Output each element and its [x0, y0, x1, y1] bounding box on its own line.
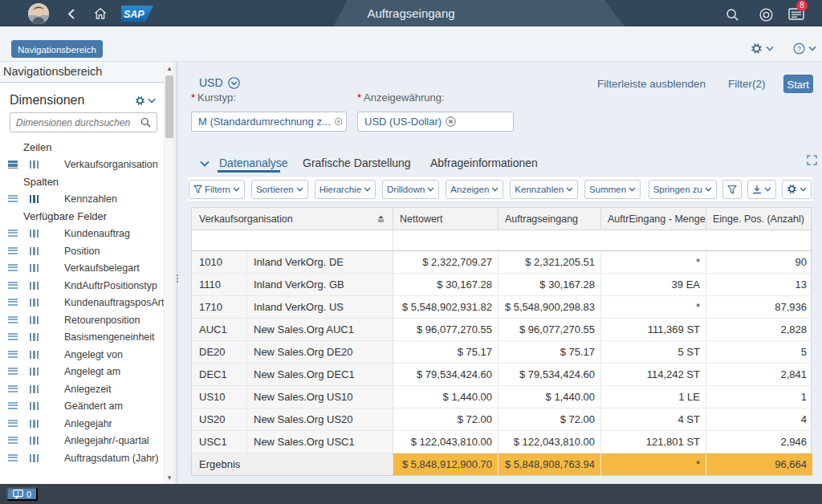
column-header-nettowert[interactable]: Nettowert	[393, 208, 498, 230]
columns-assignment-icon[interactable]	[30, 316, 39, 324]
display-menu-button[interactable]: Anzeigen	[446, 180, 503, 199]
measures-menu-button[interactable]: Kennzahlen	[510, 180, 578, 199]
columns-assignment-icon[interactable]	[30, 437, 39, 445]
dimension-item[interactable]: Anlegezeit	[0, 380, 161, 398]
rows-assignment-icon[interactable]	[8, 385, 18, 393]
rows-assignment-icon[interactable]	[8, 437, 18, 445]
columns-assignment-icon[interactable]	[30, 385, 39, 393]
dimension-item[interactable]: Geändert am	[0, 398, 161, 416]
messages-button[interactable]: 0	[6, 487, 38, 501]
columns-assignment-icon[interactable]	[30, 161, 39, 169]
collapse-header-icon[interactable]	[200, 161, 210, 167]
drilldown-menu-button[interactable]: Drilldown	[382, 180, 439, 199]
filter-menu-button[interactable]: Filtern	[189, 180, 245, 199]
table-row[interactable]: USC1 New Sales.Org USC1 $ 122,043,810.00…	[192, 431, 811, 453]
columns-assignment-icon[interactable]	[30, 368, 39, 376]
columns-assignment-icon[interactable]	[30, 264, 39, 272]
dimensions-search-field[interactable]	[10, 112, 157, 132]
dimensions-search-input[interactable]	[10, 117, 138, 128]
columns-assignment-icon[interactable]	[30, 351, 39, 359]
table-row[interactable]: US20 New Sales.Org US20 $ 72.00 $ 72.00 …	[192, 408, 811, 431]
table-row[interactable]: 1110 Inland VerkOrg. GB $ 30,167.28 $ 30…	[192, 274, 811, 296]
dimension-item[interactable]: Verkaufsorganisation	[0, 156, 161, 174]
rows-assignment-icon[interactable]	[8, 247, 18, 255]
column-header-verkaufsorganisation[interactable]: Verkaufsorganisation	[192, 208, 393, 230]
hide-filterbar-link[interactable]: Filterleiste ausblenden	[597, 78, 706, 90]
dimension-item[interactable]: KundenauftragsposArt	[0, 295, 161, 312]
rows-assignment-icon[interactable]	[8, 454, 18, 462]
dimension-item[interactable]: Position	[0, 242, 161, 260]
dimension-item[interactable]: Anlegejahr	[0, 415, 161, 433]
dimension-item[interactable]: Verkaufsbelegart	[0, 260, 161, 278]
rows-assignment-icon[interactable]	[8, 420, 18, 428]
table-row[interactable]: 1010 Inland VerkOrg. DE $ 2,322,709.27 $…	[192, 251, 811, 274]
rows-assignment-icon[interactable]	[8, 351, 18, 359]
rows-assignment-icon[interactable]	[8, 402, 18, 410]
columns-assignment-icon[interactable]	[30, 195, 39, 203]
table-row[interactable]: DEC1 New Sales.Org DEC1 $ 79,534,424.60 …	[192, 364, 811, 386]
dimension-item[interactable]: Basismengeneinheit	[0, 329, 161, 347]
side-panel-scrollbar[interactable]: ▲ ▼	[164, 62, 173, 484]
rows-assignment-icon[interactable]	[8, 230, 18, 238]
variant-selector[interactable]: USD	[199, 75, 240, 91]
tab-datenanalyse[interactable]: Datenanalyse	[219, 156, 288, 169]
search-icon[interactable]	[724, 6, 740, 22]
hierarchy-menu-button[interactable]: Hierarchie	[315, 180, 376, 199]
sort-menu-button[interactable]: Sortieren	[251, 180, 308, 199]
tab-abfrageinformationen[interactable]: Abfrageinformationen	[430, 156, 538, 169]
table-row[interactable]: 1710 Inland VerkOrg. US $ 5,548,902,931.…	[192, 296, 811, 319]
anzeigewaehrung-input[interactable]: USD (US-Dollar)	[357, 112, 514, 132]
dimension-item[interactable]: Auftragsdatum (Jahr)	[0, 449, 161, 467]
expand-fullscreen-icon[interactable]	[807, 155, 817, 165]
column-header-menge[interactable]: AuftrEingang - Menge	[601, 208, 706, 230]
clear-value-icon[interactable]	[335, 116, 342, 127]
dimension-item[interactable]: Angelegt von	[0, 346, 161, 364]
columns-assignment-icon[interactable]	[30, 247, 39, 255]
copilot-icon[interactable]	[758, 6, 774, 22]
table-row[interactable]: DE20 New Sales.Org DE20 $ 75.17 $ 75.17 …	[192, 341, 811, 364]
rows-assignment-icon[interactable]	[8, 161, 18, 169]
table-row[interactable]: AUC1 New Sales.Org AUC1 $ 96,077,270.55 …	[192, 319, 811, 341]
dimension-item[interactable]: Kennzahlen	[0, 191, 161, 209]
rows-assignment-icon[interactable]	[8, 282, 18, 290]
rows-assignment-icon[interactable]	[8, 368, 18, 376]
dimension-item[interactable]: Anlegejahr/-quartal	[0, 433, 161, 450]
scroll-down-arrow-icon[interactable]: ▼	[165, 472, 174, 483]
table-row[interactable]: US10 New Sales.Org US10 $ 1,440.00 $ 1,4…	[192, 386, 811, 408]
scrollbar-thumb[interactable]	[165, 75, 173, 138]
filter-icon-button[interactable]	[722, 180, 742, 199]
table-settings-menu-button[interactable]	[782, 180, 812, 199]
filters-link[interactable]: Filter(2)	[728, 78, 766, 90]
columns-assignment-icon[interactable]	[30, 420, 39, 428]
columns-assignment-icon[interactable]	[30, 333, 39, 341]
clear-value-icon[interactable]	[446, 116, 456, 127]
kurstyp-input[interactable]: M (Standardumrechnung z...	[191, 112, 347, 132]
rows-assignment-icon[interactable]	[8, 195, 18, 203]
columns-assignment-icon[interactable]	[30, 454, 39, 462]
dimension-item[interactable]: Kundenauftrag	[0, 226, 161, 243]
settings-menu-button[interactable]	[751, 43, 774, 55]
dimension-item[interactable]: Retourenposition	[0, 311, 161, 329]
dimension-item[interactable]: Angelegt am	[0, 364, 161, 381]
export-menu-button[interactable]	[747, 180, 776, 199]
rows-assignment-icon[interactable]	[8, 333, 18, 341]
rows-assignment-icon[interactable]	[8, 299, 18, 307]
columns-assignment-icon[interactable]	[30, 402, 39, 410]
columns-assignment-icon[interactable]	[30, 299, 39, 307]
column-header-auftragseingang[interactable]: Auftragseingang	[498, 208, 601, 230]
search-icon[interactable]	[138, 117, 157, 128]
scroll-up-arrow-icon[interactable]: ▲	[165, 63, 174, 74]
columns-assignment-icon[interactable]	[30, 282, 39, 290]
help-menu-button[interactable]: ?	[793, 43, 816, 55]
dimension-item[interactable]: KndAuftrPositionstyp	[0, 277, 161, 295]
dimensions-settings-button[interactable]	[135, 96, 156, 106]
table-result-row[interactable]: Ergebnis $ 5,848,912,900.70 $ 5,848,908,…	[192, 453, 811, 476]
column-header-anzahl[interactable]: Einge. Pos. (Anzahl)	[706, 208, 812, 230]
totals-menu-button[interactable]: Summen	[584, 180, 641, 199]
navigation-panel-toggle-button[interactable]: Navigationsbereich	[11, 40, 103, 58]
rows-assignment-icon[interactable]	[8, 264, 18, 272]
columns-assignment-icon[interactable]	[30, 230, 39, 238]
go-button[interactable]: Start	[783, 75, 813, 93]
jump-to-menu-button[interactable]: Springen zu	[649, 180, 717, 199]
rows-assignment-icon[interactable]	[8, 316, 18, 324]
